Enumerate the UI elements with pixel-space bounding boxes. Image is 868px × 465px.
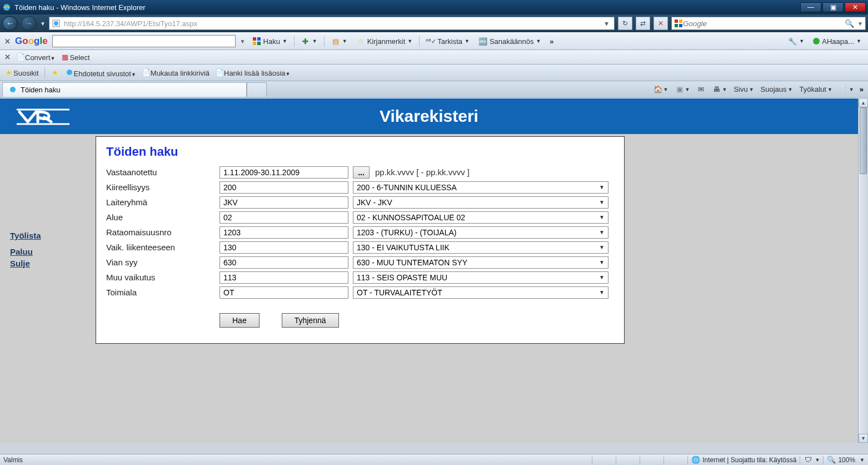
field-input[interactable]	[220, 256, 348, 269]
security-menu[interactable]: Suojaus▼	[757, 85, 796, 93]
field-select[interactable]: OT - TURVALAITETYÖT▼	[353, 286, 608, 299]
status-text: Valmis	[3, 456, 23, 464]
sidebar-paluu[interactable]: Paluu	[10, 247, 96, 256]
hae-button[interactable]: Hae	[220, 313, 260, 328]
compat-button[interactable]: ⇄	[636, 17, 650, 30]
more-addons[interactable]: 📄Hanki lisää lisäosia▼	[215, 68, 290, 77]
close-button[interactable]: ✕	[845, 2, 866, 12]
gtoolbar-blog[interactable]: ▤▼	[329, 37, 350, 46]
separator	[294, 36, 295, 47]
tab-label: Töiden haku	[21, 86, 61, 94]
new-tab-button[interactable]	[247, 82, 267, 97]
convert-button[interactable]: 📄Convert▼	[16, 53, 55, 62]
scrollbar[interactable]: ▲ ▼	[858, 98, 868, 443]
gtoolbar-check[interactable]: ᴬᴮ✓Tarkista▼	[424, 37, 472, 46]
field-input[interactable]	[220, 226, 348, 239]
field-select[interactable]: JKV - JKV▼	[353, 196, 608, 209]
scroll-thumb[interactable]	[860, 107, 867, 174]
field-select[interactable]: 130 - EI VAIKUTUSTA LIIK▼	[353, 241, 608, 254]
tyhjenna-button[interactable]: Tyhjennä	[282, 313, 339, 328]
field-input[interactable]	[220, 211, 348, 224]
convert-toolbar: ✕ 📄Convert▼ ▦Select	[0, 50, 868, 65]
home-button[interactable]: 🏠▼	[650, 85, 672, 94]
toolbar-more[interactable]: »	[857, 85, 866, 93]
scroll-down-icon[interactable]: ▼	[859, 434, 868, 443]
chevron-down-icon: ▼	[599, 199, 605, 205]
separator	[324, 36, 325, 47]
field-input[interactable]	[220, 286, 348, 299]
search-input[interactable]	[683, 19, 841, 28]
protected-mode[interactable]: 🛡▼	[804, 456, 820, 464]
field-select[interactable]: 630 - MUU TUNTEMATON SYY▼	[353, 256, 608, 269]
back-button[interactable]: ←	[2, 16, 18, 31]
select-button[interactable]: ▦Select	[61, 53, 89, 62]
gtoolbar-wrench[interactable]: 🔧▼	[786, 37, 806, 46]
address-bar[interactable]: ▾	[49, 17, 615, 30]
convert-close-icon[interactable]: ✕	[4, 53, 11, 61]
star-plus-icon: ★	[51, 68, 59, 77]
chevron-down-icon: ▼	[599, 244, 605, 250]
refresh-button[interactable]: ↻	[618, 17, 632, 30]
check-icon: ᴬᴮ✓	[426, 37, 435, 46]
scroll-up-icon[interactable]: ▲	[859, 98, 868, 107]
gtoolbar-bookmarks[interactable]: ☆Kirjanmerkit▼	[354, 37, 415, 46]
svg-rect-4	[679, 19, 682, 23]
ie-icon	[65, 68, 74, 77]
field-input[interactable]	[220, 196, 348, 209]
gtoolbar-translate[interactable]: 🔤Sanakäännös▼	[476, 37, 543, 46]
feeds-button[interactable]: ▣▼	[672, 85, 694, 94]
nav-dropdown-icon[interactable]: ▼	[40, 21, 46, 27]
minimize-button[interactable]: —	[800, 2, 821, 12]
star-icon: ☆	[356, 37, 365, 46]
stop-button[interactable]: ✕	[654, 17, 668, 30]
print-button[interactable]: 🖶▼	[709, 85, 730, 94]
search-box[interactable]: 🔍 ▼	[671, 17, 866, 30]
page-menu[interactable]: Sivu▼	[730, 85, 757, 93]
field-select[interactable]: 1203 - (TURKU) - (TOIJALA)▼	[353, 226, 608, 239]
field-select[interactable]: 113 - SEIS OPASTE MUU▼	[353, 271, 608, 284]
chevron-down-icon: ▼	[599, 214, 605, 220]
customize-links[interactable]: 📄Mukauta linkkiriviä	[142, 68, 209, 77]
sidebar-tyolista[interactable]: Työlista	[10, 231, 96, 240]
search-dropdown-icon[interactable]: ▼	[857, 21, 863, 27]
sidebar-sulje[interactable]: Sulje	[10, 259, 96, 268]
field-input[interactable]	[220, 271, 348, 284]
field-label: Toimiala	[106, 288, 220, 297]
field-input[interactable]	[220, 241, 348, 254]
gtoolbar-share[interactable]: ✚▼	[299, 37, 320, 46]
content-area: Vikarekisteri Työlista Paluu Sulje Töide…	[0, 98, 868, 443]
tab-active[interactable]: Töiden haku	[2, 82, 247, 97]
field-select[interactable]: 200 - 6-TUNNIN KULUESSA▼	[353, 181, 608, 194]
favorites-button[interactable]: ★Suosikit	[4, 68, 39, 77]
help-button[interactable]: ❔▼	[836, 85, 857, 94]
gtoolbar-search-input[interactable]	[52, 35, 236, 47]
maximize-button[interactable]: ▣	[822, 2, 844, 12]
add-favorite-button[interactable]: ★	[51, 68, 59, 77]
page-icon: 📄	[215, 68, 224, 77]
date-picker-button[interactable]: ...	[353, 166, 370, 179]
field-input[interactable]	[220, 181, 348, 194]
chevron-down-icon: ▼	[599, 289, 605, 295]
address-dropdown-icon[interactable]: ▾	[601, 19, 612, 28]
gtoolbar-haku[interactable]: Haku▼	[250, 37, 290, 46]
suggested-sites[interactable]: Ehdotetut sivustot▼	[65, 68, 136, 78]
field-input[interactable]	[220, 166, 348, 179]
forward-button[interactable]: →	[21, 16, 37, 31]
url-input[interactable]	[64, 19, 601, 28]
plus-icon: ✚	[301, 37, 310, 46]
gtoolbar-search-dropdown-icon[interactable]: ▼	[240, 38, 246, 44]
mail-button[interactable]: ✉	[693, 85, 709, 94]
select-value: 113 - SEIS OPASTE MUU	[357, 273, 447, 282]
ie-icon	[8, 85, 17, 94]
zoom-control[interactable]: 🔍100%▼	[827, 456, 865, 464]
gtoolbar-close-icon[interactable]: ✕	[4, 37, 11, 46]
field-select[interactable]: 02 - KUNNOSSAPITOALUE 02▼	[353, 211, 608, 224]
field-label: Laiteryhmä	[106, 197, 220, 207]
security-zone[interactable]: 🌐 Internet | Suojattu tila: Käytössä	[691, 456, 796, 464]
svg-rect-3	[675, 19, 678, 23]
tools-menu[interactable]: Työkalut▼	[796, 85, 836, 93]
form-row: ToimialaOT - TURVALAITETYÖT▼	[106, 285, 614, 300]
gtoolbar-user[interactable]: AHaapa...▼	[811, 37, 864, 46]
search-go-icon[interactable]: 🔍	[841, 19, 857, 28]
gtoolbar-more[interactable]: »	[547, 37, 556, 46]
